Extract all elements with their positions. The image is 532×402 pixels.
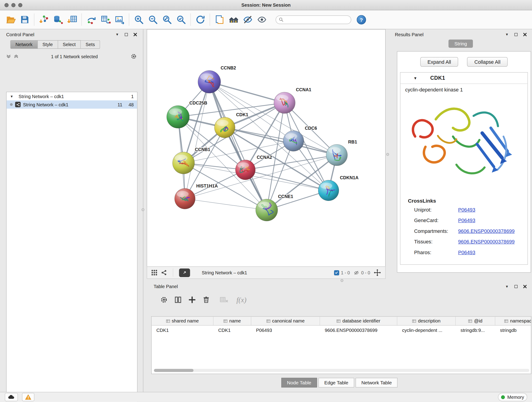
- protein-section-header[interactable]: ▼ CDK1: [400, 73, 528, 84]
- add-row-plus-icon[interactable]: [188, 296, 196, 304]
- zoom-out-button[interactable]: [146, 12, 160, 27]
- collection-label: String Network – cdk1: [19, 94, 64, 99]
- hide-selected-button[interactable]: [241, 12, 255, 27]
- section-collapse-icon[interactable]: ▼: [413, 76, 417, 80]
- save-session-button[interactable]: [18, 12, 32, 27]
- column-header[interactable]: database identifier: [320, 317, 398, 325]
- window-controls[interactable]: [5, 3, 22, 7]
- tab-edge-table[interactable]: Edge Table: [318, 378, 354, 388]
- tab-sets[interactable]: Sets: [81, 40, 100, 49]
- toolbar-separator: [173, 269, 173, 277]
- tab-node-table[interactable]: Node Table: [281, 378, 317, 388]
- column-header[interactable]: @id: [456, 317, 495, 325]
- copy-document-button[interactable]: [212, 12, 227, 27]
- tab-select[interactable]: Select: [58, 40, 81, 49]
- network-and-table-button[interactable]: [98, 12, 113, 27]
- network-view[interactable]: CCNB2CCNA1CDC25BCDK1CDC6RB1CCNB1CCNA2CDK…: [147, 29, 386, 267]
- gear-icon[interactable]: [130, 53, 137, 60]
- maximize-panel-icon[interactable]: [123, 32, 129, 37]
- network-node-CCNA2[interactable]: [235, 160, 255, 180]
- close-panel-icon[interactable]: [522, 32, 528, 37]
- minimize-window-button[interactable]: [12, 3, 16, 7]
- network-node-CDC25B[interactable]: [167, 106, 190, 128]
- network-node-HIST1H1A[interactable]: [175, 188, 195, 209]
- control-panel: Control Panel ▾ NetworkStyleSelectSets 1…: [0, 29, 143, 392]
- network-node-RB1[interactable]: [326, 144, 348, 166]
- table-header-row: shared namenamecanonical namedatabase id…: [152, 317, 531, 326]
- warnings-button[interactable]: [22, 393, 34, 401]
- network-node-CDC6[interactable]: [283, 131, 304, 151]
- collapse-panel-icon[interactable]: ▾: [504, 284, 510, 289]
- column-header[interactable]: description: [397, 317, 456, 325]
- show-all-button[interactable]: [255, 12, 269, 27]
- network-collection-row[interactable]: ▼ String Network – cdk1 1: [7, 92, 137, 100]
- collapse-panel-icon[interactable]: ▾: [114, 32, 120, 37]
- collapse-all-icon[interactable]: [6, 54, 11, 59]
- tab-style[interactable]: Style: [38, 40, 58, 49]
- cloud-status-button[interactable]: [5, 393, 18, 401]
- network-node-CCNA1[interactable]: [274, 92, 295, 114]
- apply-layout-button[interactable]: [193, 12, 207, 27]
- zoom-in-button[interactable]: [132, 12, 146, 27]
- import-network-from-database-button[interactable]: [51, 12, 65, 27]
- maximize-panel-icon[interactable]: [513, 284, 519, 289]
- search-input[interactable]: [286, 17, 348, 22]
- checkbox-icon[interactable]: [334, 270, 339, 275]
- import-network-from-file-button[interactable]: [37, 12, 51, 27]
- close-panel-icon[interactable]: [522, 284, 528, 289]
- table-row[interactable]: CDK1CDK1P064939606.ENSP00000378699cyclin…: [152, 326, 531, 335]
- network-node-CDK1[interactable]: [215, 117, 235, 138]
- horizontal-scrollbar[interactable]: [154, 369, 529, 372]
- open-session-button[interactable]: [3, 12, 18, 27]
- first-neighbors-button[interactable]: [227, 12, 241, 27]
- clone-network-button[interactable]: [84, 12, 99, 27]
- crosslink-link[interactable]: P06493: [458, 249, 475, 255]
- column-header[interactable]: shared name: [152, 317, 214, 325]
- share-mode-icon[interactable]: [161, 269, 167, 276]
- tree-expander-icon[interactable]: ▼: [10, 95, 14, 98]
- open-folder-icon: [5, 14, 16, 25]
- close-panel-icon[interactable]: [132, 32, 138, 37]
- splitter-handle[interactable]: [142, 208, 144, 211]
- collapse-all-button[interactable]: Collapse All: [467, 57, 508, 67]
- pan-move-icon[interactable]: [374, 269, 381, 276]
- network-node-CCNB2[interactable]: [198, 70, 221, 93]
- search-box[interactable]: [276, 15, 351, 24]
- zoom-window-button[interactable]: [18, 3, 22, 7]
- crosslink-link[interactable]: 9606.ENSP00000378699: [458, 228, 515, 234]
- column-header[interactable]: name: [214, 317, 251, 325]
- collapse-panel-icon[interactable]: ▾: [504, 32, 510, 37]
- table-settings-gear-icon[interactable]: [160, 296, 168, 304]
- network-node-CCNE1[interactable]: [256, 199, 278, 221]
- network-node-CDKN1A[interactable]: [318, 180, 339, 201]
- tab-string[interactable]: String: [449, 40, 473, 48]
- column-header[interactable]: namespace: [495, 317, 532, 325]
- tab-network[interactable]: Network: [10, 40, 38, 49]
- memory-button[interactable]: Memory: [498, 393, 527, 401]
- delete-trash-icon[interactable]: [202, 296, 210, 304]
- export-image-button[interactable]: [113, 12, 127, 27]
- crosslink-link[interactable]: P06493: [458, 217, 475, 223]
- expand-all-button[interactable]: Expand All: [420, 57, 458, 67]
- network-navigator-button[interactable]: [179, 268, 190, 277]
- hidden-eye-icon[interactable]: [353, 270, 360, 275]
- maximize-panel-icon[interactable]: [513, 32, 519, 37]
- column-header[interactable]: canonical name: [251, 317, 320, 325]
- grid-mode-icon[interactable]: [151, 269, 157, 276]
- splitter-handle[interactable]: [386, 153, 389, 156]
- splitter-handle[interactable]: [341, 279, 343, 282]
- show-columns-icon[interactable]: [174, 296, 182, 304]
- zoom-fit-button[interactable]: [160, 12, 174, 27]
- zoom-selected-button[interactable]: [174, 12, 188, 27]
- network-canvas[interactable]: CCNB2CCNA1CDC25BCDK1CDC6RB1CCNB1CCNA2CDK…: [147, 30, 386, 267]
- expand-all-icon[interactable]: [14, 54, 19, 59]
- network-row[interactable]: String Network – cdk1 11 48: [7, 100, 137, 109]
- scrollbar-thumb[interactable]: [154, 369, 194, 372]
- tab-network-table[interactable]: Network Table: [355, 378, 398, 388]
- network-node-CCNB1[interactable]: [172, 152, 195, 174]
- import-table-from-file-button[interactable]: [65, 12, 79, 27]
- help-button[interactable]: ?: [357, 15, 366, 24]
- close-window-button[interactable]: [5, 3, 9, 7]
- crosslink-link[interactable]: P06493: [458, 207, 475, 212]
- crosslink-link[interactable]: 9606.ENSP00000378699: [458, 239, 515, 244]
